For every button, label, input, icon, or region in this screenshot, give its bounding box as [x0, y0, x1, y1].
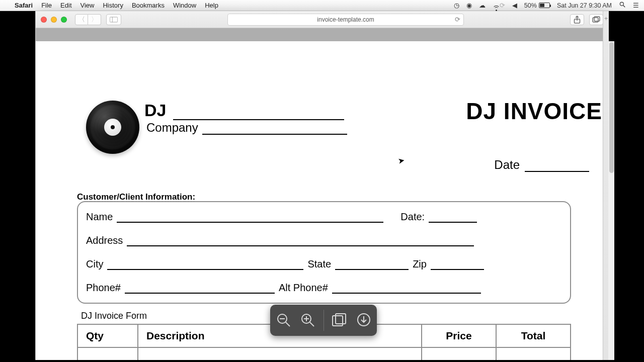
client-zip-field[interactable] — [431, 262, 484, 270]
dj-name-label: DJ — [144, 101, 166, 120]
client-name-field[interactable] — [117, 215, 383, 223]
volume-icon[interactable]: ◀ — [512, 2, 517, 9]
vertical-scrollbar[interactable] — [608, 41, 614, 360]
client-state-label: State — [307, 258, 331, 270]
letterbox-bar — [0, 360, 644, 362]
invoice-date-label: Date — [494, 158, 520, 172]
invoice-form-caption: DJ Invoice Form — [81, 311, 147, 321]
invoice-document: DJ Company DJ INVOICE Date Customer/Clie… — [36, 41, 602, 97]
close-window-button[interactable] — [41, 17, 47, 23]
svg-line-11 — [310, 322, 314, 326]
zoom-out-button[interactable] — [275, 312, 292, 329]
client-section-header: Customer/Client Information: — [77, 192, 195, 202]
menu-edit[interactable]: Edit — [60, 2, 71, 9]
notification-center-icon[interactable]: ☰ — [633, 2, 639, 9]
client-altphone-field[interactable] — [332, 286, 481, 294]
menu-file[interactable]: File — [41, 2, 52, 9]
svg-rect-2 — [110, 17, 117, 22]
col-qty: Qty — [77, 324, 138, 347]
safari-window: 〈 〉 invoice-template.com ⟳ + — [35, 11, 609, 361]
forward-button[interactable]: 〉 — [88, 14, 101, 25]
share-button[interactable] — [570, 14, 584, 25]
menu-window[interactable]: Window — [173, 2, 196, 9]
battery-percent-label: 50% — [524, 2, 537, 9]
page-banner-strip — [36, 28, 608, 41]
spotlight-icon[interactable] — [619, 1, 626, 10]
client-phone-label: Phone# — [86, 282, 121, 294]
svg-point-0 — [620, 2, 623, 6]
company-field[interactable] — [202, 125, 347, 135]
svg-line-1 — [623, 6, 625, 8]
zoom-in-button[interactable] — [299, 312, 316, 329]
vinyl-record-icon — [86, 101, 139, 154]
back-button[interactable]: 〈 — [75, 14, 88, 25]
sync-icon[interactable]: ⟳ — [500, 2, 505, 9]
client-altphone-label: Alt Phone# — [279, 282, 328, 294]
plus-icon: + — [604, 15, 608, 22]
menu-help[interactable]: Help — [205, 2, 218, 9]
client-state-field[interactable] — [335, 262, 409, 270]
invoice-date-field[interactable] — [525, 163, 589, 172]
address-bar[interactable]: invoice-template.com ⟳ — [227, 14, 464, 26]
zoom-window-button[interactable] — [61, 17, 67, 23]
sidebar-toggle-button[interactable] — [106, 14, 121, 25]
cell-description[interactable] — [138, 347, 422, 360]
reload-icon[interactable]: ⟳ — [455, 16, 460, 23]
client-info-box: Name Date: Address City State Zip — [77, 201, 571, 304]
timemachine-icon[interactable]: ◷ — [454, 2, 459, 9]
pdf-viewer-toolbar — [270, 305, 377, 336]
client-date-field[interactable] — [429, 215, 477, 223]
safari-toolbar: 〈 〉 invoice-template.com ⟳ — [36, 11, 608, 28]
client-address-label: Address — [86, 235, 123, 246]
table-row[interactable] — [77, 347, 571, 360]
window-controls — [41, 17, 67, 23]
invoice-title: DJ INVOICE — [466, 98, 602, 125]
open-in-preview-button[interactable] — [331, 312, 348, 329]
cell-total[interactable] — [496, 347, 571, 360]
client-city-field[interactable] — [107, 262, 303, 270]
client-address-field[interactable] — [127, 238, 474, 246]
company-label: Company — [146, 121, 198, 135]
cell-price[interactable] — [422, 347, 496, 360]
page-viewport[interactable]: DJ Company DJ INVOICE Date Customer/Clie… — [36, 41, 602, 360]
cloud-icon[interactable]: ☁ — [479, 2, 486, 9]
url-text: invoice-template.com — [317, 16, 374, 23]
menu-view[interactable]: View — [80, 2, 95, 9]
client-phone-field[interactable] — [125, 286, 275, 294]
col-total: Total — [496, 324, 571, 347]
macos-menubar: Safari File Edit View History Bookmarks … — [0, 0, 644, 11]
app-name[interactable]: Safari — [15, 2, 33, 9]
svg-line-8 — [286, 322, 290, 326]
client-name-label: Name — [86, 211, 113, 223]
client-date-label: Date: — [400, 211, 425, 223]
status-dot-icon[interactable]: ◉ — [466, 2, 472, 9]
menu-bookmarks[interactable]: Bookmarks — [132, 2, 165, 9]
minimize-window-button[interactable] — [51, 17, 57, 23]
tabs-overview-button[interactable] — [589, 14, 603, 25]
mouse-cursor-icon: ➤ — [397, 155, 405, 166]
download-button[interactable] — [355, 312, 372, 329]
dj-name-field[interactable] — [173, 106, 344, 120]
menu-history[interactable]: History — [103, 2, 123, 9]
cell-qty[interactable] — [77, 347, 138, 360]
toolbar-separator — [324, 310, 324, 331]
client-zip-label: Zip — [413, 258, 427, 270]
battery-status[interactable]: 50% — [524, 2, 550, 9]
menubar-datetime[interactable]: Sat Jun 27 9:30 AM — [557, 2, 612, 9]
col-price: Price — [422, 324, 496, 347]
client-city-label: City — [86, 258, 103, 270]
scrollbar-thumb[interactable] — [609, 42, 614, 173]
